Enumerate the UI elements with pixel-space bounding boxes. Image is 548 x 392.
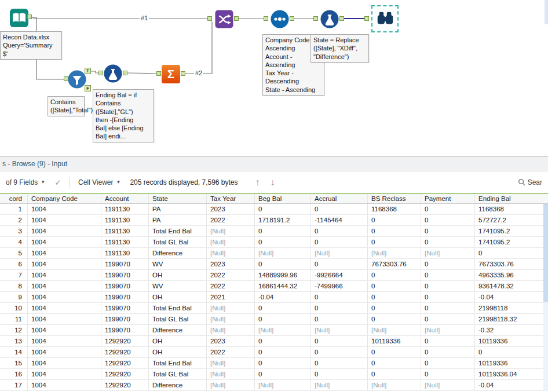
tool-formula-2[interactable] bbox=[320, 10, 339, 28]
data-cell: Total GL Bal bbox=[149, 237, 207, 247]
formula1-input-anchor[interactable] bbox=[98, 71, 103, 75]
tool-sort[interactable] bbox=[271, 10, 289, 28]
data-cell: 0 bbox=[421, 347, 475, 357]
browse-input-anchor[interactable] bbox=[364, 16, 369, 21]
data-cell: 0 bbox=[421, 303, 475, 313]
sort-output-anchor[interactable] bbox=[290, 16, 294, 21]
filter-input-anchor[interactable] bbox=[64, 76, 68, 81]
fields-dropdown[interactable]: of 9 Fields ▼ bbox=[6, 178, 45, 186]
search-control[interactable]: Sear bbox=[518, 178, 542, 186]
cell-viewer-dropdown[interactable]: Cell Viewer ▼ bbox=[78, 178, 120, 186]
data-cell: 1199070 bbox=[101, 314, 149, 324]
data-cell: 1004 bbox=[28, 325, 101, 335]
data-cell: 1168368 bbox=[475, 204, 548, 214]
input-annotation[interactable]: Recon Data.xlsx Query='Summary $' bbox=[0, 31, 62, 60]
column-header-0[interactable]: cord bbox=[0, 194, 28, 203]
alteryx-app: #1 #2 T F bbox=[0, 0, 548, 391]
formula1-annotation[interactable]: Ending Bal = if Contains ([State],"GL") … bbox=[93, 89, 154, 142]
data-cell: 1191130 bbox=[101, 237, 149, 247]
column-header-5[interactable]: Beg Bal bbox=[255, 194, 311, 203]
filter-false-anchor[interactable]: F bbox=[85, 85, 91, 91]
data-cell: 1004 bbox=[28, 204, 101, 214]
data-cell: 4963335.96 bbox=[475, 270, 548, 280]
toolbar-divider bbox=[70, 177, 70, 188]
data-cell: 0 bbox=[255, 259, 311, 269]
formula2-output-anchor[interactable] bbox=[339, 16, 344, 21]
chevron-down-icon: ▼ bbox=[41, 179, 45, 185]
column-header-7[interactable]: BS Reclass bbox=[368, 194, 421, 203]
filter-true-anchor[interactable]: T bbox=[85, 68, 91, 74]
scrollbar-thumb[interactable] bbox=[543, 204, 548, 302]
data-cell: 0 bbox=[368, 314, 421, 324]
tool-summarize[interactable]: Σ bbox=[162, 65, 180, 83]
arrow-up-icon[interactable]: ↑ bbox=[255, 177, 260, 188]
data-cell: 0 bbox=[311, 358, 368, 368]
column-header-9[interactable]: Ending Bal bbox=[475, 194, 548, 203]
record-number: 13 bbox=[0, 336, 28, 346]
data-cell: 1004 bbox=[28, 292, 101, 302]
workflow-canvas[interactable]: #1 #2 T F bbox=[0, 0, 548, 157]
data-cell: 1004 bbox=[28, 270, 101, 280]
column-header-1[interactable]: Company Code bbox=[28, 194, 101, 203]
arrow-down-icon[interactable]: ↓ bbox=[271, 177, 275, 188]
formula2-input-anchor[interactable] bbox=[313, 16, 318, 21]
record-number: 10 bbox=[0, 303, 28, 313]
record-number: 12 bbox=[0, 325, 28, 335]
data-cell: 0 bbox=[421, 270, 475, 280]
canvas-scrollbar[interactable] bbox=[545, 0, 548, 24]
data-cell: 0 bbox=[311, 369, 368, 379]
data-cell: 1292920 bbox=[101, 380, 149, 390]
tool-formula-1[interactable] bbox=[104, 64, 122, 83]
formula-icon bbox=[104, 64, 122, 83]
data-cell: OH bbox=[149, 292, 207, 302]
data-cell: 1004 bbox=[28, 226, 101, 236]
data-cell: 1292920 bbox=[101, 358, 149, 368]
table-row: 510041191130Difference[Null][Null][Null]… bbox=[0, 248, 548, 259]
data-cell: 1004 bbox=[28, 237, 101, 247]
data-cell: 0 bbox=[368, 358, 421, 368]
tool-input-data[interactable] bbox=[9, 8, 29, 28]
column-header-2[interactable]: Account bbox=[101, 194, 149, 203]
data-cell: 1004 bbox=[28, 215, 101, 225]
formula1-output-anchor[interactable] bbox=[123, 71, 127, 75]
column-header-4[interactable]: Tax Year bbox=[207, 194, 255, 203]
tool-union[interactable] bbox=[215, 10, 233, 28]
tool-filter[interactable] bbox=[68, 70, 86, 89]
input-output-anchor[interactable] bbox=[27, 14, 32, 19]
summarize-output-anchor[interactable] bbox=[181, 71, 185, 76]
sort-input-anchor[interactable] bbox=[264, 16, 268, 21]
column-header-6[interactable]: Accrual bbox=[311, 194, 368, 203]
vertical-scrollbar[interactable] bbox=[543, 204, 548, 391]
column-header-8[interactable]: Payment bbox=[421, 194, 475, 203]
browse-selection-box[interactable] bbox=[371, 5, 399, 32]
formula2-annotation[interactable]: State = Replace ([State], "XDiff", "Diff… bbox=[310, 34, 369, 63]
data-cell: 0 bbox=[311, 347, 368, 357]
data-cell: 1199070 bbox=[101, 281, 149, 291]
record-number: 1 bbox=[0, 204, 28, 214]
filter-annotation[interactable]: Contains ([State],"Total") bbox=[48, 96, 85, 116]
results-panel: s - Browse (9) - Input of 9 Fields ▼ ✓ C… bbox=[0, 157, 548, 391]
data-cell: 1199070 bbox=[101, 270, 149, 280]
data-cell: 0 bbox=[255, 347, 311, 357]
column-header-3[interactable]: State bbox=[149, 194, 207, 203]
cell-viewer-label: Cell Viewer bbox=[78, 178, 113, 186]
summarize-input-anchor[interactable] bbox=[156, 71, 161, 76]
data-cell: 0 bbox=[255, 303, 311, 313]
data-cell: Difference bbox=[149, 248, 207, 258]
data-cell: 1004 bbox=[28, 369, 101, 379]
table-row: 1510041292920Total End Bal[Null]00001011… bbox=[0, 358, 548, 369]
check-icon[interactable]: ✓ bbox=[54, 178, 61, 187]
data-cell: 0 bbox=[421, 215, 475, 225]
data-cell: Total End Bal bbox=[149, 303, 207, 313]
data-cell: [Null] bbox=[368, 380, 421, 390]
data-cell: 2023 bbox=[207, 336, 255, 346]
filter-icon bbox=[68, 70, 86, 89]
browse-binoculars-icon bbox=[375, 9, 395, 28]
union-input-anchor[interactable] bbox=[207, 16, 212, 21]
data-cell: [Null] bbox=[207, 325, 255, 335]
table-row: 710041199070OH202214889999.96-9926664004… bbox=[0, 270, 548, 281]
data-cell: [Null] bbox=[207, 237, 255, 247]
data-cell: 2022 bbox=[207, 281, 255, 291]
data-cell: 0 bbox=[368, 292, 421, 302]
union-output-anchor[interactable] bbox=[234, 16, 239, 21]
